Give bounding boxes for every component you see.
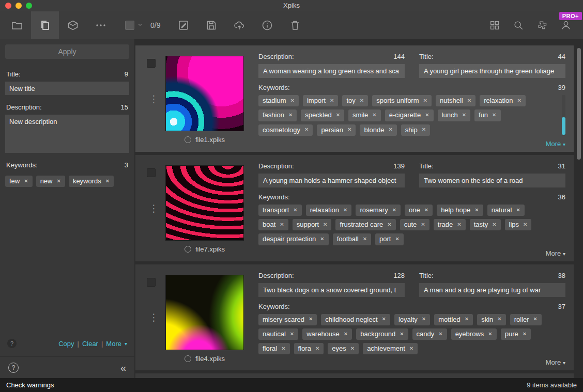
keyword-tag[interactable]: eyes✕ bbox=[328, 343, 359, 354]
grid-view-button[interactable] bbox=[483, 11, 507, 39]
remove-keyword-icon[interactable]: ✕ bbox=[280, 222, 284, 228]
check-warnings-link[interactable]: Check warnings bbox=[6, 381, 54, 389]
keyword-tag[interactable]: toy✕ bbox=[342, 95, 368, 106]
upload-button[interactable] bbox=[225, 11, 253, 39]
keyword-tag[interactable]: natural✕ bbox=[487, 205, 525, 216]
remove-keyword-icon[interactable]: ✕ bbox=[497, 316, 501, 323]
drag-handle-icon[interactable]: ⋮ bbox=[149, 202, 159, 214]
file-item-row[interactable]: ⋮ Description: 160 bbox=[135, 373, 574, 378]
keyword-tag[interactable]: fun✕ bbox=[474, 109, 500, 121]
keyword-tag[interactable]: nutshell✕ bbox=[436, 95, 475, 106]
edit-button[interactable] bbox=[170, 11, 197, 39]
remove-keyword-icon[interactable]: ✕ bbox=[388, 127, 392, 133]
remove-keyword-icon[interactable]: ✕ bbox=[474, 207, 479, 214]
remove-keyword-icon[interactable]: ✕ bbox=[336, 112, 340, 119]
file-item-row[interactable]: ⋮ file4.xpiks Description: 128 bbox=[135, 264, 574, 371]
item-checkbox[interactable] bbox=[147, 59, 156, 68]
keyword-tag[interactable]: tasty✕ bbox=[470, 219, 501, 230]
keyword-tag[interactable]: warehouse✕ bbox=[302, 328, 352, 340]
keyword-tag[interactable]: cute✕ bbox=[400, 219, 429, 230]
remove-keyword-icon[interactable]: ✕ bbox=[360, 98, 364, 104]
remove-keyword-icon[interactable]: ✕ bbox=[425, 112, 429, 119]
remove-keyword-icon[interactable]: ✕ bbox=[387, 222, 391, 228]
description-input[interactable] bbox=[258, 283, 405, 297]
keyword-tag[interactable]: one✕ bbox=[405, 205, 433, 216]
keyword-tag[interactable]: despair protection✕ bbox=[258, 233, 329, 245]
remove-keyword-icon[interactable]: ✕ bbox=[523, 331, 527, 338]
keyword-tag[interactable]: few✕ bbox=[5, 176, 33, 187]
apply-button[interactable]: Apply bbox=[5, 44, 129, 59]
batch-edit-button[interactable] bbox=[31, 11, 59, 39]
remove-keyword-icon[interactable]: ✕ bbox=[409, 346, 413, 352]
keyword-tag[interactable]: pure✕ bbox=[501, 328, 531, 340]
clear-link[interactable]: Clear bbox=[82, 340, 98, 348]
keyword-tag[interactable]: blonde✕ bbox=[360, 124, 396, 136]
select-radio[interactable] bbox=[185, 136, 191, 143]
keyword-tag[interactable]: trade✕ bbox=[434, 219, 466, 230]
description-input[interactable]: New description bbox=[5, 115, 129, 153]
zoom-window-button[interactable] bbox=[26, 3, 32, 9]
thumbnail-image[interactable] bbox=[165, 165, 244, 241]
select-all-checkbox[interactable] bbox=[125, 21, 134, 30]
description-input[interactable] bbox=[258, 174, 405, 187]
more-options-button[interactable] bbox=[87, 11, 115, 39]
keyword-tag[interactable]: sports uniform✕ bbox=[372, 95, 432, 106]
keyword-tag[interactable]: mottled✕ bbox=[434, 314, 473, 325]
keyword-tag[interactable]: port✕ bbox=[375, 233, 404, 245]
remove-keyword-icon[interactable]: ✕ bbox=[330, 98, 334, 104]
copy-link[interactable]: Copy bbox=[58, 340, 74, 348]
collapse-sidebar-button[interactable]: « bbox=[120, 363, 126, 373]
remove-keyword-icon[interactable]: ✕ bbox=[465, 316, 469, 323]
file-item-row[interactable]: ⋮ file7.xpiks Description: 139 bbox=[135, 155, 574, 261]
remove-keyword-icon[interactable]: ✕ bbox=[347, 127, 351, 133]
search-button[interactable] bbox=[507, 11, 530, 39]
minimize-window-button[interactable] bbox=[16, 3, 22, 9]
keyword-tag[interactable]: support✕ bbox=[293, 219, 332, 230]
keyword-tag[interactable]: keywords✕ bbox=[69, 176, 114, 187]
keywords-scrollbar[interactable] bbox=[562, 95, 565, 136]
remove-keyword-icon[interactable]: ✕ bbox=[462, 112, 466, 119]
remove-keyword-icon[interactable]: ✕ bbox=[363, 236, 367, 243]
keyword-tag[interactable]: transport✕ bbox=[258, 205, 302, 216]
item-checkbox[interactable] bbox=[147, 278, 156, 287]
drag-handle-icon[interactable]: ⋮ bbox=[149, 311, 159, 323]
keyword-tag[interactable]: floral✕ bbox=[258, 343, 290, 354]
remove-keyword-icon[interactable]: ✕ bbox=[288, 112, 293, 119]
remove-keyword-icon[interactable]: ✕ bbox=[320, 236, 324, 243]
keyword-tag[interactable]: flora✕ bbox=[294, 343, 324, 354]
keyword-tag[interactable]: eyebrows✕ bbox=[451, 328, 497, 340]
info-button[interactable] bbox=[253, 11, 281, 39]
remove-keyword-icon[interactable]: ✕ bbox=[492, 222, 496, 228]
title-input[interactable] bbox=[419, 64, 565, 78]
title-input[interactable] bbox=[419, 283, 565, 297]
remove-keyword-icon[interactable]: ✕ bbox=[56, 178, 60, 185]
keyword-tag[interactable]: ship✕ bbox=[401, 124, 430, 136]
remove-keyword-icon[interactable]: ✕ bbox=[523, 222, 527, 228]
keyword-tag[interactable]: rosemary✕ bbox=[356, 205, 401, 216]
remove-keyword-icon[interactable]: ✕ bbox=[438, 331, 442, 338]
vertical-scrollbar[interactable] bbox=[577, 48, 581, 160]
keyword-tag[interactable]: candy✕ bbox=[412, 328, 447, 340]
keywords-container[interactable]: stadium✕import✕toy✕sports uniform✕nutshe… bbox=[258, 95, 565, 136]
keywords-container[interactable]: transport✕relaxation✕rosemary✕one✕help h… bbox=[258, 205, 565, 245]
remove-keyword-icon[interactable]: ✕ bbox=[400, 331, 404, 338]
keyword-tag[interactable]: import✕ bbox=[303, 95, 339, 106]
remove-keyword-icon[interactable]: ✕ bbox=[24, 178, 28, 185]
help-button[interactable]: ? bbox=[8, 363, 19, 373]
keyword-tag[interactable]: speckled✕ bbox=[301, 109, 344, 121]
description-input[interactable] bbox=[258, 64, 405, 78]
remove-keyword-icon[interactable]: ✕ bbox=[323, 222, 327, 228]
remove-keyword-icon[interactable]: ✕ bbox=[343, 207, 347, 214]
file-item-row[interactable]: ⋮ file1.xpiks Description: 144 bbox=[135, 45, 574, 152]
thumbnail-image[interactable] bbox=[165, 56, 244, 131]
remove-keyword-icon[interactable]: ✕ bbox=[293, 207, 297, 214]
remove-keyword-icon[interactable]: ✕ bbox=[488, 331, 492, 338]
remove-keyword-icon[interactable]: ✕ bbox=[517, 98, 521, 104]
keyword-tag[interactable]: loyalty✕ bbox=[394, 314, 430, 325]
keyword-tag[interactable]: achievement✕ bbox=[363, 343, 418, 354]
remove-keyword-icon[interactable]: ✕ bbox=[372, 112, 376, 119]
remove-keyword-icon[interactable]: ✕ bbox=[290, 331, 294, 338]
remove-keyword-icon[interactable]: ✕ bbox=[350, 346, 355, 352]
more-button[interactable]: More ▾ bbox=[546, 140, 565, 148]
chevron-down-icon[interactable] bbox=[137, 22, 143, 29]
